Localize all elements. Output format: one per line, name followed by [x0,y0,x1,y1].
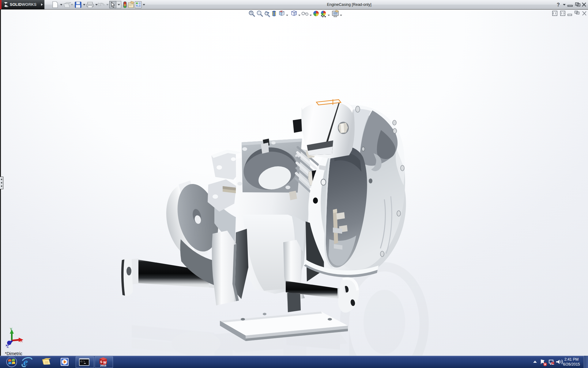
svg-text:?: ? [557,2,560,7]
svg-text:S: S [100,360,102,364]
svg-text:Y: Y [10,327,12,332]
svg-text:Z: Z [7,344,9,349]
svg-text:C:\: C:\ [81,360,85,363]
svg-text:*Dimetric: *Dimetric [5,351,22,356]
svg-text:X: X [20,339,23,343]
svg-text:2015: 2015 [100,364,106,367]
